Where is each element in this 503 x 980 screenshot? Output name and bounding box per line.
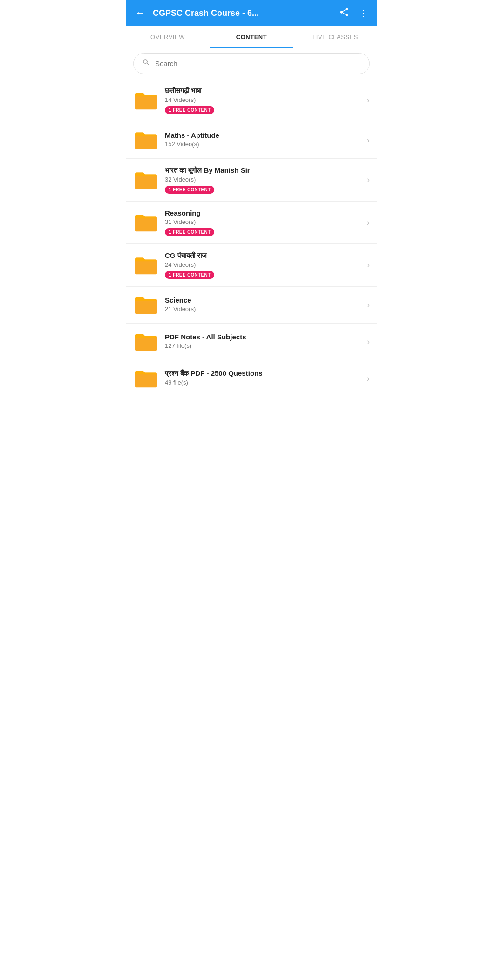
item-info: Science 21 Video(s) [165,296,360,314]
tab-live-classes[interactable]: LIVE CLASSES [293,26,377,48]
chevron-right-icon: › [367,95,370,105]
item-title: CG पंचायती राज [165,251,360,260]
app-bar: ← CGPSC Crash Course - 6... ⋮ [126,0,377,26]
chevron-right-icon: › [367,175,370,185]
list-item[interactable]: प्रश्न बैंक PDF - 2500 Questions 49 file… [126,360,377,397]
more-options-icon[interactable]: ⋮ [355,4,372,22]
list-item[interactable]: CG पंचायती राज 24 Video(s) 1 FREE CONTEN… [126,244,377,287]
free-badge: 1 FREE CONTENT [165,186,214,194]
back-button[interactable]: ← [131,3,149,23]
item-info: Reasoning 31 Video(s) 1 FREE CONTENT [165,209,360,236]
item-info: छत्तीसगढ़ी भाषा 14 Video(s) 1 FREE CONTE… [165,87,360,114]
item-title: Reasoning [165,209,360,217]
item-subtitle: 49 file(s) [165,379,360,386]
item-info: CG पंचायती राज 24 Video(s) 1 FREE CONTEN… [165,251,360,279]
item-title: भारत का भूगोल By Manish Sir [165,166,360,175]
search-input[interactable] [155,60,361,68]
item-title: Maths - Aptitude [165,131,360,139]
chevron-right-icon: › [367,218,370,228]
folder-icon [133,212,158,233]
chevron-right-icon: › [367,135,370,145]
folder-icon [133,331,158,352]
list-item[interactable]: छत्तीसगढ़ी भाषा 14 Video(s) 1 FREE CONTE… [126,79,377,122]
item-subtitle: 24 Video(s) [165,261,360,268]
folder-icon [133,294,158,316]
free-badge: 1 FREE CONTENT [165,271,214,279]
item-subtitle: 152 Video(s) [165,141,360,148]
list-item[interactable]: Reasoning 31 Video(s) 1 FREE CONTENT › [126,202,377,244]
folder-icon [133,129,158,151]
share-icon[interactable] [335,3,353,23]
chevron-right-icon: › [367,300,370,310]
folder-icon [133,169,158,191]
item-subtitle: 14 Video(s) [165,96,360,103]
item-info: PDF Notes - All Subjects 127 file(s) [165,333,360,351]
folder-icon [133,368,158,389]
folder-icon [133,255,158,276]
app-bar-actions: ⋮ [335,3,372,23]
item-subtitle: 32 Video(s) [165,176,360,183]
item-title: प्रश्न बैंक PDF - 2500 Questions [165,369,360,378]
content-list: छत्तीसगढ़ी भाषा 14 Video(s) 1 FREE CONTE… [126,79,377,397]
search-container [126,48,377,79]
tab-bar: OVERVIEW CONTENT LIVE CLASSES [126,26,377,48]
list-item[interactable]: भारत का भूगोल By Manish Sir 32 Video(s) … [126,159,377,202]
item-title: छत्तीसगढ़ी भाषा [165,87,360,95]
item-subtitle: 21 Video(s) [165,305,360,312]
item-info: Maths - Aptitude 152 Video(s) [165,131,360,149]
tab-content[interactable]: CONTENT [210,26,293,48]
app-bar-title: CGPSC Crash Course - 6... [153,8,332,18]
chevron-right-icon: › [367,260,370,270]
list-item[interactable]: PDF Notes - All Subjects 127 file(s) › [126,324,377,360]
item-info: प्रश्न बैंक PDF - 2500 Questions 49 file… [165,369,360,388]
free-badge: 1 FREE CONTENT [165,106,214,114]
item-title: PDF Notes - All Subjects [165,333,360,341]
item-subtitle: 31 Video(s) [165,218,360,225]
tab-overview[interactable]: OVERVIEW [126,26,210,48]
search-bar[interactable] [133,53,370,74]
item-info: भारत का भूगोल By Manish Sir 32 Video(s) … [165,166,360,194]
list-item[interactable]: Maths - Aptitude 152 Video(s) › [126,122,377,159]
chevron-right-icon: › [367,337,370,347]
item-subtitle: 127 file(s) [165,342,360,349]
list-item[interactable]: Science 21 Video(s) › [126,287,377,324]
chevron-right-icon: › [367,374,370,384]
search-icon [142,58,150,69]
free-badge: 1 FREE CONTENT [165,228,214,236]
folder-icon [133,90,158,111]
item-title: Science [165,296,360,304]
